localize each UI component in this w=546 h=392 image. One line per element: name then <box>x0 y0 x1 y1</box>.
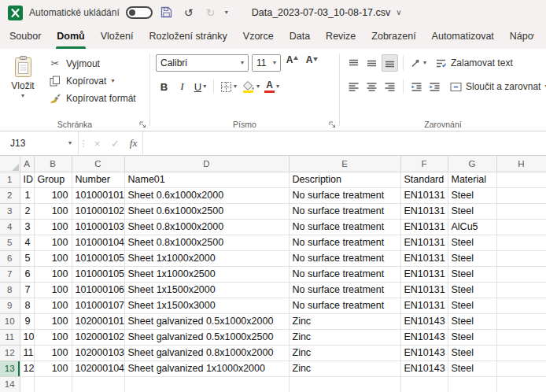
underline-button[interactable]: U ▾ <box>192 78 208 95</box>
cell-E7[interactable]: No surface treatment <box>289 266 400 282</box>
tab-napoveda[interactable]: Nápověda <box>502 25 534 49</box>
cell-A11[interactable]: 10 <box>20 329 34 345</box>
formula-input[interactable] <box>142 131 546 155</box>
tab-rozlozeni-stranky[interactable]: Rozložení stránky <box>141 25 234 49</box>
cell-F6[interactable]: EN10131 <box>400 250 448 266</box>
column-header-B[interactable]: B <box>34 156 72 172</box>
cell-G10[interactable]: Steel <box>448 313 496 329</box>
cell-F10[interactable]: EN10143 <box>400 313 448 329</box>
row-header-10[interactable]: 10 <box>0 313 20 329</box>
cell-A14[interactable] <box>20 376 34 392</box>
cell-H13[interactable] <box>496 361 546 376</box>
cell-A8[interactable]: 7 <box>20 282 34 298</box>
clipboard-dialog-launcher-icon[interactable] <box>138 120 146 128</box>
column-header-D[interactable]: D <box>124 156 289 172</box>
cell-D9[interactable]: Sheet 1x1500x3000 <box>124 298 289 313</box>
tab-domu[interactable]: Domů <box>49 25 92 49</box>
cell-H11[interactable] <box>496 329 546 345</box>
cell-G13[interactable]: Steel <box>448 361 496 376</box>
row-header-13[interactable]: 13 <box>0 361 20 376</box>
cell-F3[interactable]: EN10131 <box>400 203 448 219</box>
cell-E12[interactable]: Zinc <box>289 345 400 361</box>
cell-G1[interactable]: Material <box>448 172 496 187</box>
cell-A3[interactable]: 2 <box>20 203 34 219</box>
copy-button[interactable]: Kopírovat ▾ <box>46 72 138 89</box>
cell-B6[interactable]: 100 <box>34 250 72 266</box>
tab-vzorce[interactable]: Vzorce <box>235 25 282 49</box>
cell-G2[interactable]: Steel <box>448 187 496 203</box>
document-title[interactable]: Data_2023-07-03_10-08-17.csv <box>252 7 391 18</box>
cell-G9[interactable]: Steel <box>448 298 496 313</box>
cell-C1[interactable]: Number <box>72 172 124 187</box>
align-top-button[interactable] <box>345 54 362 72</box>
cell-F12[interactable]: EN10143 <box>400 345 448 361</box>
cell-C7[interactable]: 101000105 <box>72 266 124 282</box>
cell-E6[interactable]: No surface treatment <box>289 250 400 266</box>
font-color-button[interactable]: A ▾ <box>263 78 281 95</box>
cell-G5[interactable]: Steel <box>448 235 496 250</box>
cell-F9[interactable]: EN10131 <box>400 298 448 313</box>
autosave-toggle[interactable] <box>126 6 153 19</box>
cell-E14[interactable] <box>289 376 400 392</box>
cell-G7[interactable]: Steel <box>448 266 496 282</box>
cell-E9[interactable]: No surface treatment <box>289 298 400 313</box>
undo-icon[interactable]: ↺ <box>181 7 197 18</box>
cell-E5[interactable]: No surface treatment <box>289 235 400 250</box>
name-box-dropdown-icon[interactable]: ▾ <box>68 140 72 146</box>
tab-zobrazeni[interactable]: Zobrazení <box>363 25 423 49</box>
cell-A7[interactable]: 6 <box>20 266 34 282</box>
orientation-button[interactable]: ▾ <box>408 54 428 72</box>
bold-button[interactable]: B <box>156 78 172 95</box>
row-header-5[interactable]: 5 <box>0 235 20 250</box>
cell-F2[interactable]: EN10131 <box>400 187 448 203</box>
fill-color-button[interactable]: ▾ <box>240 78 261 95</box>
align-right-button[interactable] <box>382 78 398 95</box>
cell-H2[interactable] <box>496 187 546 203</box>
shrink-font-button[interactable]: A <box>304 54 320 72</box>
column-header-C[interactable]: C <box>72 156 124 172</box>
tab-data[interactable]: Data <box>282 25 318 49</box>
cell-D14[interactable] <box>124 376 289 392</box>
cell-B1[interactable]: Group <box>34 172 72 187</box>
borders-button[interactable]: ▾ <box>219 78 238 95</box>
column-header-F[interactable]: F <box>400 156 448 172</box>
grow-font-button[interactable]: A <box>284 54 301 72</box>
paste-button[interactable]: Vložit ▾ <box>6 54 40 106</box>
cell-B10[interactable]: 100 <box>34 313 72 329</box>
save-icon[interactable] <box>159 6 175 20</box>
cell-A9[interactable]: 8 <box>20 298 34 313</box>
cell-C14[interactable] <box>72 376 124 392</box>
cell-H10[interactable] <box>496 313 546 329</box>
align-middle-button[interactable] <box>363 54 380 72</box>
cell-H3[interactable] <box>496 203 546 219</box>
cell-H6[interactable] <box>496 250 546 266</box>
cell-B2[interactable]: 100 <box>34 187 72 203</box>
cell-E8[interactable]: No surface treatment <box>289 282 400 298</box>
cell-F5[interactable]: EN10131 <box>400 235 448 250</box>
cell-G6[interactable]: Steel <box>448 250 496 266</box>
cell-A2[interactable]: 1 <box>20 187 34 203</box>
cell-G8[interactable]: Steel <box>448 282 496 298</box>
cell-H5[interactable] <box>496 235 546 250</box>
wrap-text-button[interactable]: Zalamovat text <box>435 57 513 68</box>
cell-D6[interactable]: Sheet 1x1000x2000 <box>124 250 289 266</box>
decrease-indent-button[interactable] <box>408 78 425 95</box>
cell-F13[interactable]: EN10143 <box>400 361 448 376</box>
font-size-combo[interactable]: 11 ▾ <box>252 54 281 72</box>
cell-G4[interactable]: AlCu5 <box>448 219 496 235</box>
cell-D12[interactable]: Sheet galvanized 0.8x1000x2000 <box>124 345 289 361</box>
column-header-E[interactable]: E <box>289 156 400 172</box>
row-header-9[interactable]: 9 <box>0 298 20 313</box>
cell-D7[interactable]: Sheet 1x1000x2500 <box>124 266 289 282</box>
title-dropdown-icon[interactable]: ∨ <box>396 9 401 17</box>
cell-A12[interactable]: 11 <box>20 345 34 361</box>
cell-H14[interactable] <box>496 376 546 392</box>
cell-D4[interactable]: Sheet 0.8x1000x2000 <box>124 219 289 235</box>
cell-C9[interactable]: 101000107 <box>72 298 124 313</box>
name-box[interactable]: J13 ▾ <box>0 131 79 155</box>
cell-D8[interactable]: Sheet 1x1500x2000 <box>124 282 289 298</box>
cell-B8[interactable]: 100 <box>34 282 72 298</box>
cell-G14[interactable] <box>448 376 496 392</box>
font-dialog-launcher-icon[interactable] <box>328 120 336 128</box>
align-center-button[interactable] <box>363 78 380 95</box>
